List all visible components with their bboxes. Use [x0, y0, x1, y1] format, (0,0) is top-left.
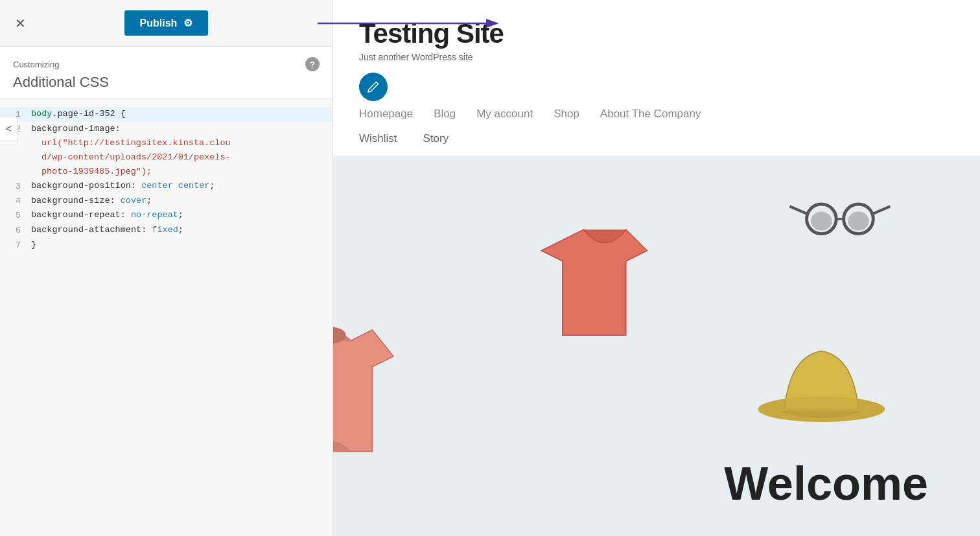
code-token: cover [121, 196, 147, 205]
code-editor[interactable]: 1 body.page-id-352 { 2 background-image:… [0, 99, 332, 536]
site-nav-row1: Homepage Blog My account Shop About The … [333, 101, 980, 127]
nav-item-shop[interactable]: Shop [554, 101, 600, 127]
code-token: ; [178, 210, 183, 220]
code-content: background-attachment: fixed; [31, 223, 327, 237]
code-line-4: 4 background-size: cover; [0, 194, 332, 209]
code-line-2b: url("http://testingsitex.kinsta.clou [0, 136, 332, 150]
back-icon: < [6, 123, 12, 135]
nav-item-aboutcompany[interactable]: About The Company [600, 101, 722, 127]
pencil-icon [367, 80, 380, 93]
code-line-3: 3 background-position: center center; [0, 179, 332, 194]
customizing-header: Customizing ? Additional CSS < [0, 47, 332, 99]
code-line-2: 2 background-image: [0, 122, 332, 137]
svg-point-10 [848, 211, 869, 230]
site-nav-row2: Wishlist Story [333, 127, 980, 156]
top-bar: ✕ Publish ⚙ [0, 0, 332, 47]
code-token: no-repeat [131, 210, 178, 220]
code-line-2d: photo-1939485.jpeg"); [0, 165, 332, 179]
line-num: 3 [5, 179, 21, 194]
site-tagline: Just another WordPress site [359, 52, 954, 62]
arrow-indicator [318, 14, 512, 33]
code-token: background-position: [31, 181, 141, 191]
nav-item-homepage[interactable]: Homepage [359, 101, 434, 127]
edit-fab-button[interactable] [359, 73, 388, 101]
svg-point-9 [811, 211, 832, 230]
code-content: d/wp-content/uploads/2021/01/pexels- [31, 150, 327, 165]
code-token: .page-id-352 { [52, 109, 125, 119]
code-content: background-position: center center; [31, 179, 327, 193]
code-content: photo-1939485.jpeg"); [31, 165, 327, 179]
welcome-text: Welcome [724, 457, 928, 510]
line-num [5, 150, 21, 151]
line-num: 7 [5, 238, 21, 253]
code-content: url("http://testingsitex.kinsta.clou [31, 136, 327, 150]
close-icon: ✕ [15, 16, 26, 31]
code-token: fixed [152, 225, 178, 235]
code-token: photo-1939485.jpeg"); [41, 167, 152, 176]
code-token: d/wp-content/uploads/2021/01/pexels- [41, 152, 231, 162]
preview-area: Welcome [333, 156, 980, 536]
code-token: background-repeat: [31, 210, 131, 220]
code-token: background-image: [31, 124, 121, 134]
code-token: center center [141, 181, 209, 191]
publish-label: Publish [140, 17, 178, 29]
close-button[interactable]: ✕ [10, 14, 30, 33]
code-line-5: 5 background-repeat: no-repeat; [0, 208, 332, 223]
customizing-title: Additional CSS [13, 74, 320, 91]
nav-item-story[interactable]: Story [423, 132, 475, 145]
customizing-label-row: Customizing ? [13, 57, 320, 71]
code-line-2c: d/wp-content/uploads/2021/01/pexels- [0, 150, 332, 165]
code-content: body.page-id-352 { [31, 107, 327, 121]
line-num [5, 165, 21, 165]
code-line-1: 1 body.page-id-352 { [0, 107, 332, 122]
code-content: background-image: [31, 122, 327, 136]
right-panel: Testing Site Just another WordPress site… [333, 0, 980, 536]
nav-item-blog[interactable]: Blog [434, 101, 476, 127]
help-icon[interactable]: ? [305, 57, 320, 71]
code-token: background-attachment: [31, 225, 152, 235]
code-token: ; [209, 181, 215, 191]
customizing-label: Customizing [13, 60, 60, 69]
line-num: 5 [5, 208, 21, 223]
left-panel: ✕ Publish ⚙ Customizing ? Additional CSS… [0, 0, 333, 536]
code-line-7: 7 } [0, 238, 332, 253]
cloth-item-tshirt-pink [541, 229, 647, 335]
code-content: } [31, 238, 327, 252]
nav-item-myaccount[interactable]: My account [476, 101, 554, 127]
gear-icon: ⚙ [183, 17, 192, 29]
cloth-item-hat [758, 351, 885, 422]
line-num: 6 [5, 223, 21, 238]
cloth-item-hoodie [333, 325, 393, 452]
publish-button[interactable]: Publish ⚙ [124, 10, 209, 36]
cloth-item-sunglasses [789, 204, 890, 234]
code-token: ; [146, 196, 152, 205]
back-button[interactable]: < [0, 117, 18, 141]
code-content: background-size: cover; [31, 194, 327, 208]
nav-item-wishlist[interactable]: Wishlist [359, 132, 423, 145]
code-token: body [31, 109, 52, 119]
code-token: background-size: [31, 196, 121, 205]
code-token: url("http://testingsitex.kinsta.clou [41, 138, 231, 148]
code-token: } [31, 240, 36, 250]
line-num: 4 [5, 194, 21, 209]
svg-line-8 [873, 206, 890, 213]
code-token: ; [178, 225, 183, 235]
code-content: background-repeat: no-repeat; [31, 208, 327, 222]
code-line-6: 6 background-attachment: fixed; [0, 223, 332, 238]
svg-line-7 [789, 206, 806, 213]
svg-marker-1 [486, 19, 499, 28]
